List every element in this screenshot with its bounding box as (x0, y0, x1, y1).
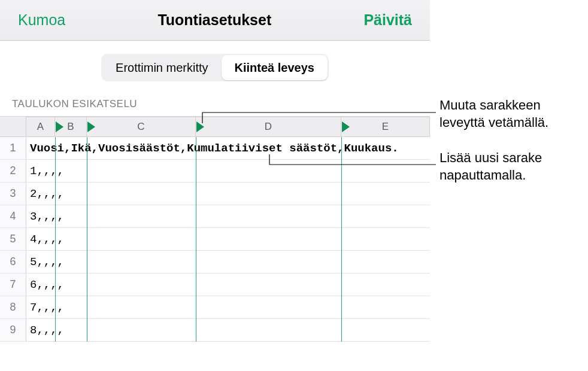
callout-leaders (0, 0, 588, 371)
